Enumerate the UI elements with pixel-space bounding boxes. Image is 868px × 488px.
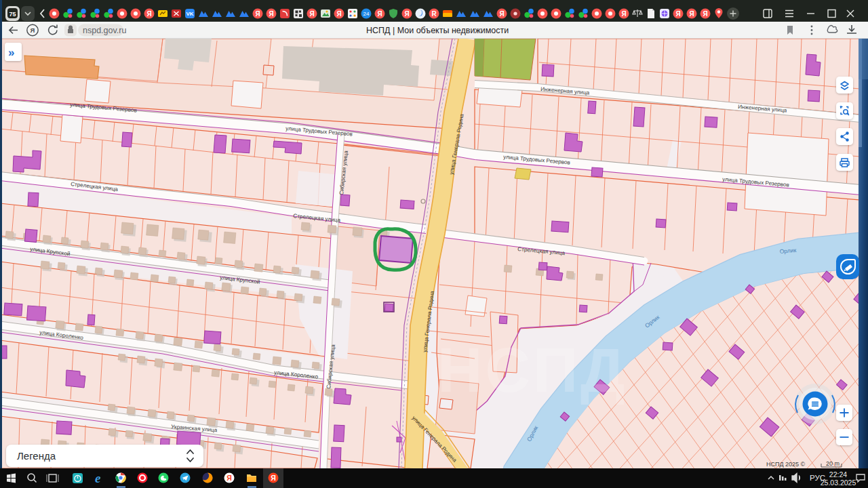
svg-text:VK: VK	[186, 11, 193, 17]
svg-text:22:24: 22:24	[829, 470, 847, 479]
svg-text:»: »	[8, 46, 14, 59]
svg-text:R: R	[431, 10, 437, 18]
svg-text:Я: Я	[271, 474, 276, 482]
svg-text:24: 24	[363, 11, 370, 17]
svg-text:25.03.2025: 25.03.2025	[821, 479, 856, 487]
svg-text:НСПД | Мои объекты недвижимост: НСПД | Мои объекты недвижимости	[366, 26, 509, 35]
svg-text:Я: Я	[703, 10, 707, 18]
svg-text:Я: Я	[31, 26, 35, 34]
svg-text:Я: Я	[621, 10, 626, 18]
svg-text:20 m: 20 m	[826, 460, 840, 467]
svg-text:75: 75	[9, 11, 16, 18]
svg-text:Я: Я	[269, 10, 273, 18]
svg-text:Я: Я	[255, 10, 260, 18]
svg-text:Я: Я	[146, 10, 151, 18]
svg-text:Я: Я	[499, 10, 504, 18]
svg-text:e: e	[95, 471, 101, 485]
svg-text:Я: Я	[675, 10, 680, 18]
svg-text:nspd.gov.ru: nspd.gov.ru	[83, 26, 126, 35]
svg-text:Я: Я	[689, 10, 694, 18]
svg-text:НСПД 2025 ©: НСПД 2025 ©	[766, 461, 806, 468]
svg-text:Я: Я	[404, 10, 409, 18]
svg-text:Я: Я	[336, 10, 341, 18]
svg-text:Я: Я	[309, 10, 314, 18]
svg-text:Я: Я	[377, 10, 382, 18]
svg-text:НСПД: НСПД	[437, 336, 628, 405]
svg-text:Легенда: Легенда	[17, 450, 56, 462]
svg-text:Я: Я	[226, 474, 232, 482]
